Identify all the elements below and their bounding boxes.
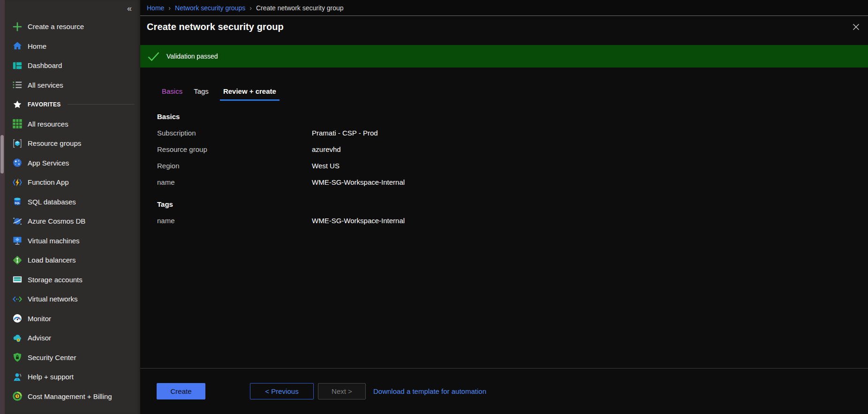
breadcrumb-home[interactable]: Home <box>147 4 164 12</box>
sidebar-item-security-center[interactable]: Security Center <box>5 348 140 368</box>
sidebar: « Create a resourceHomeDashboardAll serv… <box>5 0 140 414</box>
sidebar-item-label: Virtual networks <box>28 295 77 303</box>
validation-banner-text: Validation passed <box>166 53 218 60</box>
sidebar-item-load-balancers[interactable]: Load balancers <box>5 250 140 270</box>
favorites-label: FAVORITES <box>28 101 61 108</box>
sidebar-item-sql-databases[interactable]: SQLSQL databases <box>5 192 140 212</box>
window-edge-strip <box>0 0 5 414</box>
virtual-networks-icon <box>12 294 23 304</box>
sidebar-item-dashboard[interactable]: Dashboard <box>5 56 140 75</box>
sidebar-item-storage-accounts[interactable]: Storage accounts <box>5 270 140 290</box>
breadcrumb-separator-icon: › <box>168 4 171 12</box>
sidebar-item-label: Storage accounts <box>28 276 83 284</box>
close-icon <box>852 25 860 32</box>
sidebar-item-label: Resource groups <box>28 139 81 147</box>
dashboard-icon <box>12 60 23 71</box>
load-balancers-icon <box>12 255 23 265</box>
sidebar-item-label: All services <box>28 81 63 89</box>
review-sections: BasicsSubscriptionPramati - CSP - ProdRe… <box>140 113 868 225</box>
create-button[interactable]: Create <box>157 383 205 399</box>
next-button[interactable]: Next > <box>318 383 366 399</box>
sidebar-item-home[interactable]: Home <box>5 37 140 56</box>
row-label: Subscription <box>157 128 312 137</box>
check-icon <box>147 52 160 61</box>
section-basics: BasicsSubscriptionPramati - CSP - ProdRe… <box>157 113 868 187</box>
favorites-divider <box>68 104 135 105</box>
sidebar-item-label: Function App <box>28 178 69 186</box>
row-value: WME-SG-Workspace-Internal <box>312 178 868 187</box>
sidebar-item-label: SQL databases <box>28 198 76 206</box>
sidebar-item-all-services[interactable]: All services <box>5 75 140 95</box>
all-services-icon <box>12 80 23 90</box>
sidebar-item-azure-cosmos-db[interactable]: Azure Cosmos DB <box>5 211 140 231</box>
sidebar-item-virtual-networks[interactable]: Virtual networks <box>5 289 140 309</box>
section-tags: TagsnameWME-SG-Workspace-Internal <box>157 200 868 225</box>
svg-text:$: $ <box>16 395 18 399</box>
section-title: Basics <box>157 113 868 120</box>
row-label: name <box>157 216 312 225</box>
sidebar-item-label: Advisor <box>28 334 51 342</box>
edge-scrollbar-thumb[interactable] <box>0 135 4 173</box>
azure-portal-window: « Create a resourceHomeDashboardAll serv… <box>0 0 868 414</box>
cost-management-icon: $ <box>12 391 23 401</box>
main-panel: Home›Network security groups›Create netw… <box>140 0 868 414</box>
row-value: West US <box>312 161 868 170</box>
close-button[interactable] <box>850 21 862 34</box>
all-resources-icon <box>12 119 23 129</box>
sidebar-item-label: Home <box>28 42 46 50</box>
download-template-link[interactable]: Download a template for automation <box>373 383 486 399</box>
sidebar-item-label: Dashboard <box>28 61 62 69</box>
help-support-icon <box>12 372 23 382</box>
sidebar-item-label: Azure Cosmos DB <box>28 217 85 225</box>
function-app-icon <box>12 177 23 188</box>
sidebar-favorites-header: FAVORITES <box>5 95 140 114</box>
sidebar-item-label: Cost Management + Billing <box>28 392 112 400</box>
sql-databases-icon: SQL <box>12 196 23 207</box>
breadcrumb-separator-icon: › <box>249 4 252 12</box>
section-title: Tags <box>157 200 868 208</box>
sidebar-header: « <box>5 0 140 17</box>
review-row-region: RegionWest US <box>157 161 868 170</box>
sidebar-item-all-resources[interactable]: All resources <box>5 114 140 134</box>
sidebar-item-resource-groups[interactable]: Resource groups <box>5 134 140 153</box>
previous-button[interactable]: < Previous <box>250 383 314 399</box>
breadcrumb-create-network-security-group: Create network security group <box>256 4 344 12</box>
sidebar-item-app-services[interactable]: App Services <box>5 153 140 173</box>
sidebar-item-monitor[interactable]: Monitor <box>5 309 140 329</box>
sidebar-item-label: Help + support <box>28 373 74 381</box>
sidebar-collapse-button[interactable]: « <box>125 3 134 14</box>
row-label: Region <box>157 161 312 170</box>
sidebar-item-advisor[interactable]: Advisor <box>5 328 140 348</box>
row-value: azurevhd <box>312 145 868 154</box>
tab-basics[interactable]: Basics <box>162 87 182 101</box>
breadcrumb: Home›Network security groups›Create netw… <box>140 0 868 15</box>
sidebar-item-label: Security Center <box>28 354 76 361</box>
sidebar-item-virtual-machines[interactable]: Virtual machines <box>5 231 140 251</box>
tab-review-create[interactable]: Review + create <box>220 87 279 101</box>
breadcrumb-network-security-groups[interactable]: Network security groups <box>175 4 245 12</box>
review-row-resource-group: Resource groupazurevhd <box>157 145 868 154</box>
sidebar-nav: Create a resourceHomeDashboardAll servic… <box>5 17 140 406</box>
tab-strip: BasicsTagsReview + create <box>140 87 868 101</box>
sidebar-item-cost-management-billing[interactable]: $Cost Management + Billing <box>5 387 140 406</box>
sidebar-item-label: App Services <box>28 159 69 167</box>
tab-tags[interactable]: Tags <box>194 87 209 101</box>
cosmos-db-icon <box>12 216 23 226</box>
sidebar-item-function-app[interactable]: Function App <box>5 173 140 192</box>
advisor-icon <box>12 333 23 343</box>
blade-title-bar: Create network security group <box>140 15 868 45</box>
sidebar-item-label: Monitor <box>28 315 51 323</box>
review-content: BasicsTagsReview + create BasicsSubscrip… <box>140 68 868 368</box>
home-icon <box>12 41 23 51</box>
virtual-machines-icon <box>12 235 23 246</box>
sidebar-item-label: Create a resource <box>28 23 84 30</box>
monitor-icon <box>12 313 23 324</box>
svg-text:SQL: SQL <box>15 202 20 204</box>
resource-groups-icon <box>12 138 23 149</box>
app-services-icon <box>12 158 23 168</box>
sidebar-item-create-a-resource[interactable]: Create a resource <box>5 17 140 37</box>
review-row-name: nameWME-SG-Workspace-Internal <box>157 216 868 225</box>
sidebar-item-help-support[interactable]: Help + support <box>5 367 140 387</box>
footer-bar: Create < Previous Next > Download a temp… <box>140 368 868 414</box>
collapse-chevrons-icon: « <box>127 4 132 13</box>
